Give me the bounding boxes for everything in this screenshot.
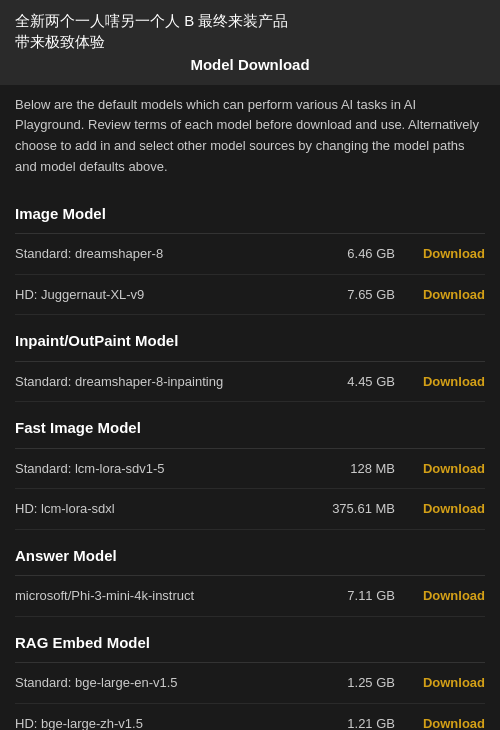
content-area: Image ModelStandard: dreamshaper-86.46 G… [0,193,500,730]
header-banner: 全新两个一人嗐另一个人 B 最终来装产品 带来极致体验 Model Downlo… [0,0,500,85]
model-name: microsoft/Phi-3-mini-4k-instruct [15,586,305,606]
table-row: HD: bge-large-zh-v1.51.21 GBDownload [15,704,485,730]
table-row: HD: lcm-lora-sdxl375.61 MBDownload [15,489,485,530]
model-size: 1.25 GB [305,673,395,693]
model-size: 4.45 GB [305,372,395,392]
model-size: 1.21 GB [305,714,395,730]
model-name: HD: bge-large-zh-v1.5 [15,714,305,730]
section-header-fast-image-model: Fast Image Model [15,407,485,449]
section-inpaint-model: Inpaint/OutPaint ModelStandard: dreamsha… [15,320,485,407]
table-row: microsoft/Phi-3-mini-4k-instruct7.11 GBD… [15,576,485,617]
chinese-text: 全新两个一人嗐另一个人 B 最终来装产品 带来极致体验 [15,10,485,52]
model-name: HD: lcm-lora-sdxl [15,499,305,519]
model-name: Standard: dreamshaper-8 [15,244,305,264]
download-button-lcm-lora-sdv1-5[interactable]: Download [405,461,485,476]
section-answer-model: Answer Modelmicrosoft/Phi-3-mini-4k-inst… [15,535,485,622]
section-header-rag-embed-model: RAG Embed Model [15,622,485,664]
description-text: Below are the default models which can p… [0,85,500,193]
model-name: Standard: dreamshaper-8-inpainting [15,372,305,392]
section-image-model: Image ModelStandard: dreamshaper-86.46 G… [15,193,485,321]
section-header-image-model: Image Model [15,193,485,235]
download-button-phi-3-mini-4k-instruct[interactable]: Download [405,588,485,603]
model-name: HD: Juggernaut-XL-v9 [15,285,305,305]
section-header-inpaint-model: Inpaint/OutPaint Model [15,320,485,362]
download-button-dreamshaper-8[interactable]: Download [405,246,485,261]
download-button-juggernaut-xl-v9[interactable]: Download [405,287,485,302]
model-size: 7.11 GB [305,586,395,606]
download-button-bge-large-en-v1-5[interactable]: Download [405,675,485,690]
model-name: Standard: lcm-lora-sdv1-5 [15,459,305,479]
download-button-lcm-lora-sdxl[interactable]: Download [405,501,485,516]
table-row: Standard: dreamshaper-86.46 GBDownload [15,234,485,275]
table-row: Standard: bge-large-en-v1.51.25 GBDownlo… [15,663,485,704]
table-row: Standard: dreamshaper-8-inpainting4.45 G… [15,362,485,403]
model-size: 6.46 GB [305,244,395,264]
model-size: 375.61 MB [305,499,395,519]
table-row: HD: Juggernaut-XL-v97.65 GBDownload [15,275,485,316]
section-rag-embed-model: RAG Embed ModelStandard: bge-large-en-v1… [15,622,485,730]
download-button-dreamshaper-8-inpainting[interactable]: Download [405,374,485,389]
model-size: 7.65 GB [305,285,395,305]
download-button-bge-large-zh-v1-5[interactable]: Download [405,716,485,730]
model-size: 128 MB [305,459,395,479]
section-header-answer-model: Answer Model [15,535,485,577]
section-fast-image-model: Fast Image ModelStandard: lcm-lora-sdv1-… [15,407,485,535]
table-row: Standard: lcm-lora-sdv1-5128 MBDownload [15,449,485,490]
page-title: Model Download [15,54,485,77]
model-name: Standard: bge-large-en-v1.5 [15,673,305,693]
